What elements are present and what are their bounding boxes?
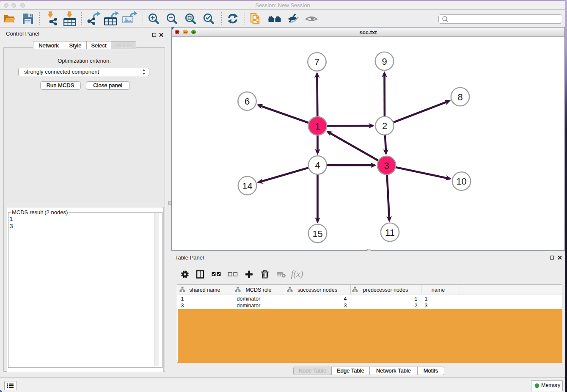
svg-text:1: 1	[315, 121, 320, 132]
svg-text:14: 14	[242, 181, 252, 191]
svg-text:8: 8	[457, 92, 462, 102]
svg-text:3: 3	[384, 160, 389, 171]
svg-text:15: 15	[312, 229, 322, 239]
svg-text:f(x): f(x)	[291, 269, 303, 279]
svg-text:6: 6	[245, 96, 250, 107]
svg-text:11: 11	[385, 227, 395, 238]
svg-text:7: 7	[314, 57, 319, 67]
svg-text:4: 4	[315, 160, 320, 171]
svg-text:2: 2	[382, 121, 387, 131]
svg-text:9: 9	[382, 56, 387, 67]
svg-text:10: 10	[456, 176, 466, 187]
